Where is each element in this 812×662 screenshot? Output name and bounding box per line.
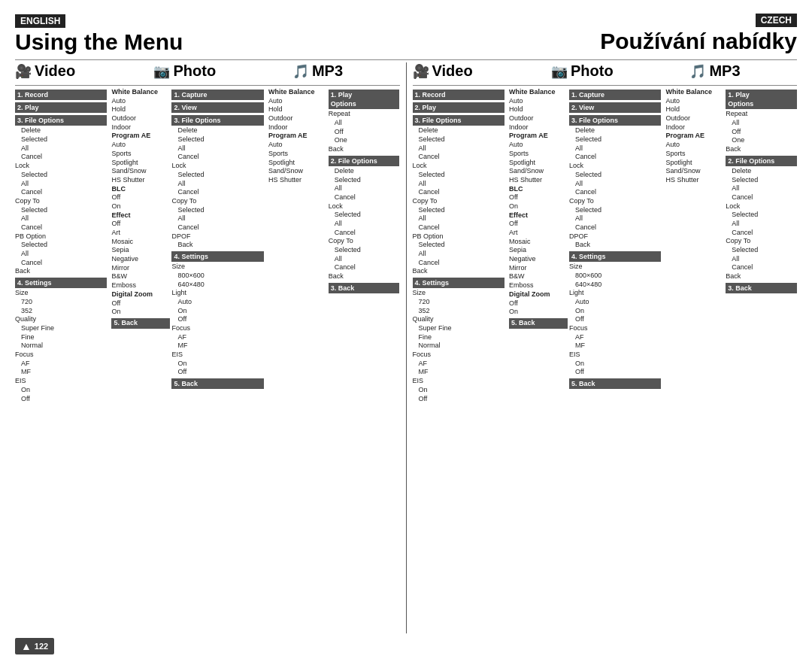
czech-col-headers: 🎥 Video 📷 Photo 🎵 MP3 [413, 62, 798, 80]
en-photo-size-vals: 800×600640×480 [171, 272, 263, 289]
cz-mp3-back3: 3. Back [726, 283, 797, 293]
en-photo-dpof: DPOF [171, 232, 263, 241]
en-view: 2. View [171, 102, 263, 113]
cz-photo-file-options: 3. File Options [569, 115, 661, 126]
en-photo-col: 1. Capture 2. View 3. File Options Delet… [171, 88, 266, 633]
en-lock-sub: SelectedAllCancel [15, 171, 107, 197]
cz-dz-vals: OffOn [509, 299, 568, 317]
video-label-en: Video [35, 62, 75, 80]
cz-focus-vals: AFMF [413, 360, 504, 377]
en-photo-prog-ae-vals: AutoSportsSpotlightSand/SnowHS Shutter [268, 141, 327, 184]
cz-eis-vals: OnOff [413, 386, 504, 403]
english-title: Using the Menu [15, 29, 406, 54]
en-back-1: Back [15, 267, 107, 276]
en-focus: Focus [15, 351, 107, 360]
en-mp3-back1: Back [329, 145, 400, 154]
en-wb-vals: AutoHoldOutdoorIndoor [111, 97, 170, 132]
page-number-badge: ▲ 122 [15, 638, 54, 654]
cz-photo-light-vals: AutoOnOff [569, 298, 661, 324]
video-icon-en: 🎥 [15, 63, 32, 80]
cz-mp3-delete: Delete [726, 167, 797, 176]
en-photo-eis: EIS [171, 351, 263, 360]
en-sel-cancel-1: SelectedAllCancel [15, 135, 107, 162]
english-mp3-header: 🎵 MP3 [292, 62, 400, 80]
en-photo-eis-vals: OnOff [171, 360, 263, 377]
en-back5-photo: 5. Back [171, 378, 263, 389]
cz-wb-vals: AutoHoldOutdoorIndoor [509, 97, 568, 132]
cz-digital-zoom: Digital Zoom [509, 290, 568, 299]
en-photo-file-options: 3. File Options [171, 115, 263, 126]
header-left: ENGLISH Using the Menu [15, 14, 406, 54]
cz-effect-vals: OffArtMosaicSepiaNegativeMirrorB&WEmboss [509, 220, 568, 290]
cz-blc-vals: OffOn [509, 193, 568, 211]
cz-photo-col: 1. Capture 2. View 3. File Options Delet… [569, 88, 664, 633]
cz-photo-focus: Focus [569, 324, 661, 333]
english-photo-header: 📷 Photo [153, 62, 292, 80]
cz-size-label: Size [413, 289, 504, 298]
page-number: 122 [35, 642, 48, 651]
mp3-label-en: MP3 [312, 62, 343, 80]
english-video-header: 🎥 Video [15, 62, 153, 80]
header-row: ENGLISH Using the Menu CZECH Používání n… [15, 14, 797, 54]
cz-mp3-col: 1. PlayOptions Repeat AllOffOne Back 2. … [726, 88, 797, 633]
en-size-vals: 720352 [15, 298, 107, 315]
cz-lock: Lock [413, 162, 504, 171]
cz-back5-photo: 5. Back [569, 378, 661, 389]
mp3-icon-cz: 🎵 [689, 63, 706, 80]
cz-capture: 1. Capture [569, 90, 661, 100]
cz-settings: 4. Settings [413, 278, 504, 288]
cz-wb-col: White Balance AutoHoldOutdoorIndoor Prog… [508, 88, 569, 633]
en-blc: BLC [111, 185, 170, 194]
mp3-label-cz: MP3 [709, 62, 740, 80]
cz-photo-focus-vals: AFMF [569, 333, 661, 351]
cz-photo-prog-ae-vals: AutoSportsSpotlightSand/SnowHS Shutter [665, 141, 724, 184]
en-blc-vals: OffOn [111, 193, 170, 211]
en-video-col: 1. Record 2. Play 3. File Options Delete… [15, 88, 110, 633]
cz-photo-dpof-back: Back [569, 241, 661, 250]
cz-photo-wb-label: White Balance [665, 88, 724, 97]
en-photo-light-vals: AutoOnOff [171, 298, 263, 324]
en-prog-ae: Program AE [111, 132, 170, 141]
cz-mp3-repeat: Repeat [726, 110, 797, 119]
cz-mp3-copy: Copy To [726, 237, 797, 246]
cz-wb-label: White Balance [509, 88, 568, 97]
en-photo-prog-ae: Program AE [268, 132, 327, 141]
en-size-label: Size [15, 289, 107, 298]
en-mp3-col: 1. PlayOptions Repeat AllOffOne Back 2. … [329, 88, 400, 633]
cz-photo-wb-vals: AutoHoldOutdoorIndoor [665, 97, 724, 132]
en-eis: EIS [15, 377, 107, 386]
english-badge: ENGLISH [15, 14, 65, 28]
cz-mp3-copy-sub: SelectedAllCancel [726, 246, 797, 272]
en-mp3-copy-sub: SelectedAllCancel [329, 246, 400, 272]
cz-mp3-lock: Lock [726, 202, 797, 211]
en-wb-col: White Balance AutoHoldOutdoorIndoor Prog… [110, 88, 171, 633]
en-quality: Quality [15, 315, 107, 324]
en-photo-copy: Copy To [171, 197, 263, 206]
cz-effect: Effect [509, 211, 568, 220]
cz-mp3-play-options: 1. PlayOptions [726, 90, 797, 109]
cz-focus: Focus [413, 351, 504, 360]
en-photo-wb-label: White Balance [268, 88, 327, 97]
czech-mp3-header: 🎵 MP3 [689, 62, 797, 80]
cz-view: 2. View [569, 102, 661, 113]
main-content: 🎥 Video 📷 Photo 🎵 MP3 1. Record 2 [15, 62, 797, 633]
en-photo-sel-1: SelectedAllCancel [171, 135, 263, 162]
cz-size-vals: 720352 [413, 298, 504, 315]
en-photo-wb2: White Balance AutoHoldOutdoorIndoor Prog… [267, 88, 329, 633]
en-photo-focus: Focus [171, 324, 263, 333]
en-photo-lock: Lock [171, 162, 263, 171]
cz-eis: EIS [413, 377, 504, 386]
cz-col-divider [413, 85, 798, 86]
en-photo-focus-vals: AFMF [171, 333, 263, 351]
cz-photo-settings: 4. Settings [569, 251, 661, 262]
en-mp3-repeat: Repeat [329, 110, 400, 119]
en-settings: 4. Settings [15, 278, 107, 288]
en-dz-vals: OffOn [111, 299, 170, 317]
en-wb-label: White Balance [111, 88, 170, 97]
en-focus-vals: AFMF [15, 360, 107, 377]
cz-back-1: Back [413, 267, 504, 276]
cz-mp3-back2: Back [726, 272, 797, 281]
en-mp3-sel-1: SelectedAllCancel [329, 176, 400, 202]
cz-mp3-lock-sub: SelectedAllCancel [726, 211, 797, 237]
en-mp3-lock: Lock [329, 202, 400, 211]
